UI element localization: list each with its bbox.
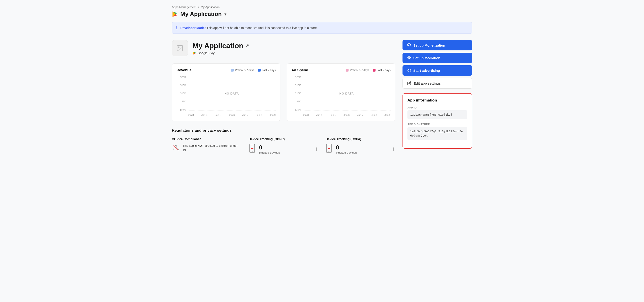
page-title: My Application	[180, 11, 222, 18]
setup-mediation-label: Set up Mediation	[413, 56, 440, 60]
adspend-chart-header: Ad Spend Previous 7 days Last 7 days	[292, 68, 390, 72]
charts-section: Revenue Previous 7 days Last 7 days	[172, 64, 395, 121]
ccpa-count: 0	[336, 144, 357, 151]
gdpr-item: Device Tracking (GDPR) 0	[249, 137, 318, 155]
adspend-x-3: Jan 6	[344, 114, 350, 116]
adspend-x-5: Jan 8	[371, 114, 377, 116]
external-link-icon[interactable]: ↗	[246, 43, 249, 48]
revenue-y-labels: $20K $15K $10K $5K $0.00	[176, 76, 186, 111]
ccpa-count-block: 0 blocked devices	[336, 144, 357, 154]
revenue-x-3: Jan 6	[229, 114, 235, 116]
revenue-chart-card: Revenue Previous 7 days Last 7 days	[172, 64, 280, 121]
adspend-x-6: Jan 9	[384, 114, 390, 116]
regulations-grid: COPPA Compliance This app is NOT directe…	[172, 137, 395, 155]
revenue-x-0: Jan 3	[188, 114, 194, 116]
coppa-content: This app is NOT directed to children und…	[172, 144, 242, 152]
breadcrumb-current: My Application	[201, 6, 220, 9]
setup-monetization-button[interactable]: Set up Monetization	[402, 40, 472, 50]
adspend-y-label-2: $10K	[292, 92, 301, 95]
revenue-x-4: Jan 7	[242, 114, 248, 116]
ccpa-title: Device Tracking (CCPA)	[326, 137, 395, 141]
adspend-grid-line	[303, 76, 390, 76]
coppa-icon	[172, 144, 180, 152]
breadcrumb: Apps Management / My Application	[172, 6, 472, 9]
edit-icon	[407, 81, 411, 85]
adspend-x-4: Jan 7	[357, 114, 363, 116]
coppa-title: COPPA Compliance	[172, 137, 242, 141]
svg-line-20	[410, 57, 410, 58]
edit-app-settings-label: Edit app settings	[414, 82, 441, 85]
adspend-grid-line	[303, 85, 390, 85]
revenue-last-dot	[258, 69, 260, 72]
adspend-x-2: Jan 5	[330, 114, 336, 116]
svg-rect-16	[408, 57, 410, 57]
adspend-x-1: Jan 4	[316, 114, 322, 116]
advertising-icon	[407, 68, 411, 73]
svg-rect-17	[408, 59, 410, 59]
revenue-plot-area: NO DATA	[188, 76, 276, 111]
revenue-chart-header: Revenue Previous 7 days Last 7 days	[176, 68, 276, 72]
app-details: My Application ↗ Google Play	[192, 42, 249, 55]
revenue-last-label: Last 7 days	[262, 69, 276, 72]
adspend-chart-card: Ad Spend Previous 7 days Last 7 days	[287, 64, 395, 121]
adspend-chart-body: $20K $15K $10K $5K $0.00	[292, 76, 390, 116]
adspend-y-label-4: $0.00	[292, 108, 301, 111]
left-content: My Application ↗ Google Play	[172, 40, 395, 155]
app-header: My Application ▾	[172, 11, 472, 18]
regulations-title: Regulations and privacy settings	[172, 128, 395, 133]
adspend-x-0: Jan 3	[303, 114, 309, 116]
breadcrumb-parent[interactable]: Apps Management	[172, 6, 196, 9]
app-signature-value: 1a2b3c4d5e6f7g8h9i0j1k2l3m4n5o6p7q8r9s0t	[408, 127, 467, 140]
gdpr-download-icon[interactable]: ⬇	[314, 147, 318, 152]
right-sidebar: Set up Monetization Set up Mediation	[402, 40, 472, 155]
revenue-grid-line	[188, 102, 276, 102]
revenue-x-1: Jan 4	[202, 114, 208, 116]
adspend-x-labels: Jan 3 Jan 4 Jan 5 Jan 6 Jan 7 Jan 8 Jan …	[303, 114, 390, 116]
app-signature-field: APP SIGNATURE 1a2b3c4d5e6f7g8h9i0j1k2l3m…	[408, 123, 467, 140]
adspend-y-label-3: $5K	[292, 100, 301, 103]
revenue-chart-body: $20K $15K $10K $5K $0.00	[176, 76, 276, 116]
adspend-y-label-1: $15K	[292, 84, 301, 87]
start-advertising-label: Start advertising	[413, 69, 440, 73]
app-id-value: 1a2b3c4d5e6f7g8h9i0j1k2l	[408, 110, 467, 119]
adspend-y-label-0: $20K	[292, 76, 301, 79]
revenue-y-label-3: $5K	[176, 100, 186, 103]
app-name: My Application ↗	[192, 42, 249, 50]
revenue-y-label-2: $10K	[176, 92, 186, 95]
adspend-no-data: NO DATA	[339, 92, 354, 95]
google-play-icon	[172, 11, 178, 17]
sidebar-buttons: Set up Monetization Set up Mediation	[402, 40, 472, 89]
setup-mediation-button[interactable]: Set up Mediation	[402, 53, 472, 63]
developer-mode-banner: ℹ Developer Mode: This app will not be a…	[172, 22, 472, 34]
gdpr-title: Device Tracking (GDPR)	[249, 137, 318, 141]
revenue-grid-line	[188, 85, 276, 85]
app-id-label: APP ID	[408, 106, 467, 109]
ccpa-download-icon[interactable]: ⬇	[392, 147, 395, 152]
edit-app-settings-button[interactable]: Edit app settings	[402, 78, 472, 89]
setup-monetization-label: Set up Monetization	[413, 44, 445, 47]
revenue-x-2: Jan 5	[215, 114, 221, 116]
revenue-x-labels: Jan 3 Jan 4 Jan 5 Jan 6 Jan 7 Jan 8 Jan …	[188, 114, 276, 116]
breadcrumb-separator: /	[198, 6, 199, 9]
revenue-y-label-0: $20K	[176, 76, 186, 79]
revenue-legend-prev: Previous 7 days	[231, 69, 254, 72]
coppa-text: This app is NOT directed to children und…	[182, 144, 242, 152]
adspend-prev-label: Previous 7 days	[350, 69, 369, 72]
gdpr-label: blocked devices	[259, 151, 280, 154]
revenue-x-6: Jan 9	[270, 114, 276, 116]
svg-rect-15	[408, 57, 408, 58]
dev-mode-text: Developer Mode: This app will not be abl…	[180, 26, 318, 30]
start-advertising-button[interactable]: Start advertising	[402, 65, 472, 76]
adspend-last-dot	[373, 69, 376, 72]
adspend-y-labels: $20K $15K $10K $5K $0.00	[292, 76, 301, 111]
app-id-field: APP ID 1a2b3c4d5e6f7g8h9i0j1k2l	[408, 106, 467, 119]
gdpr-count-block: 0 blocked devices	[259, 144, 280, 154]
revenue-y-label-1: $15K	[176, 84, 186, 87]
main-content: My Application ↗ Google Play	[172, 40, 472, 155]
google-play-small-icon	[192, 51, 196, 55]
revenue-prev-dot	[231, 69, 234, 72]
svg-line-3	[174, 145, 178, 150]
title-dropdown-chevron[interactable]: ▾	[224, 12, 226, 17]
coppa-item: COPPA Compliance This app is NOT directe…	[172, 137, 242, 155]
app-info-card: My Application ↗ Google Play	[172, 40, 395, 56]
